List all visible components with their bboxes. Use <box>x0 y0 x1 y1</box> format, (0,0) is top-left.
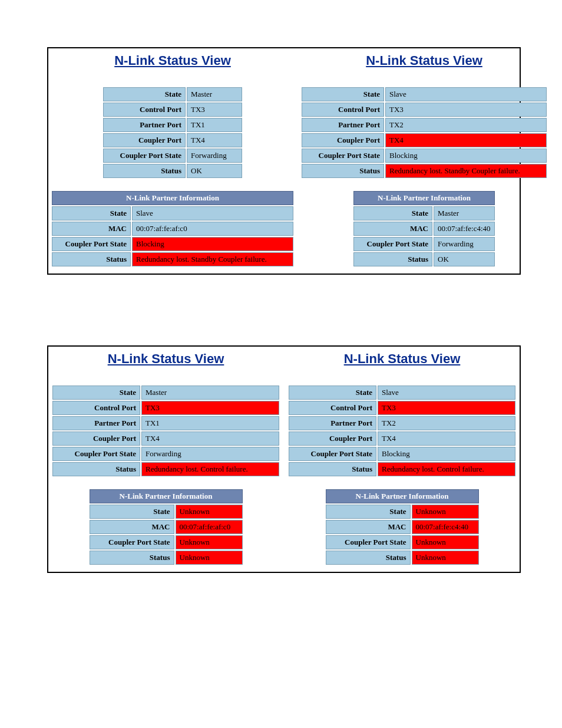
row-value: Unknown <box>176 505 243 519</box>
row-value: TX3 <box>187 103 242 117</box>
row-label: Coupler Port State <box>289 447 376 461</box>
table-row: Coupler Port StateForwarding <box>353 237 495 251</box>
row-value: TX4 <box>187 133 242 147</box>
row-value: TX2 <box>385 118 547 132</box>
partner-header: N-Link Partner Information <box>326 489 479 503</box>
table-row: StateSlave <box>302 87 547 101</box>
row-label: Coupler Port State <box>326 535 411 549</box>
row-value: TX1 <box>187 118 242 132</box>
partner-info-table: N-Link Partner InformationStateSlaveMAC0… <box>51 190 295 268</box>
row-value: Master <box>141 386 279 400</box>
panel-title: N-Link Status View <box>366 53 482 68</box>
row-label: MAC <box>326 520 411 534</box>
table-row: StateMaster <box>353 206 495 220</box>
row-label: Status <box>52 252 131 266</box>
partner-header-row: N-Link Partner Information <box>52 191 293 205</box>
row-label: Partner Port <box>302 118 384 132</box>
table-row: Coupler Port StateForwarding <box>103 149 242 163</box>
row-label: Coupler Port State <box>353 237 432 251</box>
row-label: Status <box>289 462 376 476</box>
row-value: OK <box>434 252 495 266</box>
row-label: MAC <box>353 222 432 236</box>
row-label: Status <box>90 551 174 565</box>
table-row: StateUnknown <box>326 505 479 519</box>
row-label: Status <box>52 462 140 476</box>
row-label: Control Port <box>289 401 376 415</box>
partner-header: N-Link Partner Information <box>353 191 495 205</box>
table-row: Partner PortTX1 <box>52 416 279 430</box>
table-row: MAC00:07:af:fe:c4:40 <box>353 222 495 236</box>
row-value: TX1 <box>141 416 279 430</box>
row-value: Forwarding <box>141 447 279 461</box>
row-value: Unknown <box>176 551 243 565</box>
table-row: Partner PortTX2 <box>302 118 547 132</box>
row-value: OK <box>187 164 242 178</box>
table-row: StatusUnknown <box>326 551 479 565</box>
row-label: MAC <box>90 520 174 534</box>
table-row: Coupler PortTX4 <box>302 133 547 147</box>
row-label: State <box>52 386 140 400</box>
row-value: Blocking <box>385 149 547 163</box>
table-row: StatusRedundancy lost. Standby Coupler f… <box>52 252 293 266</box>
table-row: Coupler PortTX4 <box>103 133 242 147</box>
row-label: Control Port <box>52 401 140 415</box>
partner-header-row: N-Link Partner Information <box>90 489 243 503</box>
table-row: Coupler Port StateUnknown <box>326 535 479 549</box>
row-value: Unknown <box>412 505 479 519</box>
main-status-table: StateMasterControl PortTX3Partner PortTX… <box>102 86 243 179</box>
table-row: Coupler Port StateUnknown <box>90 535 243 549</box>
row-label: Coupler Port State <box>90 535 174 549</box>
table-row: Control PortTX3 <box>289 401 515 415</box>
row-label: Status <box>103 164 186 178</box>
row-label: Coupler Port <box>103 133 186 147</box>
table-row: StateMaster <box>103 87 242 101</box>
main-status-table: StateSlaveControl PortTX3Partner PortTX2… <box>300 86 548 179</box>
row-value: TX3 <box>385 103 547 117</box>
row-value: TX4 <box>141 431 279 446</box>
status-panel: N-Link Status ViewStateMasterControl Por… <box>51 51 295 268</box>
row-label: State <box>52 206 131 220</box>
table-row: Coupler PortTX4 <box>52 431 279 446</box>
partner-info-table: N-Link Partner InformationStateUnknownMA… <box>88 488 244 566</box>
row-label: State <box>90 505 174 519</box>
row-value: TX2 <box>378 416 515 430</box>
row-value: Redundancy lost. Control failure. <box>378 462 515 476</box>
row-value: Master <box>434 206 495 220</box>
main-status-table: StateMasterControl PortTX3Partner PortTX… <box>51 384 280 477</box>
row-label: MAC <box>52 222 131 236</box>
row-label: Coupler Port <box>52 431 140 446</box>
row-value: Redundancy lost. Standby Coupler failure… <box>385 164 547 178</box>
table-row: StateMaster <box>52 386 279 400</box>
status-panel: N-Link Status ViewStateSlaveControl Port… <box>287 349 517 566</box>
row-label: Status <box>302 164 384 178</box>
table-row: StatusRedundancy lost. Control failure. <box>289 462 515 476</box>
panel-title: N-Link Status View <box>344 351 461 367</box>
table-row: Coupler Port StateBlocking <box>52 237 293 251</box>
table-row: Coupler Port StateBlocking <box>302 149 547 163</box>
partner-header: N-Link Partner Information <box>90 489 243 503</box>
table-row: MAC00:07:af:fe:c4:40 <box>326 520 479 534</box>
status-block: N-Link Status ViewStateMasterControl Por… <box>47 47 521 275</box>
table-row: MAC00:07:af:fe:af:c0 <box>90 520 243 534</box>
row-value: Blocking <box>132 237 293 251</box>
row-label: Status <box>353 252 432 266</box>
row-value: Forwarding <box>187 149 242 163</box>
row-label: State <box>353 206 432 220</box>
table-row: Coupler PortTX4 <box>289 431 515 446</box>
table-row: Partner PortTX2 <box>289 416 515 430</box>
panel-title: N-Link Status View <box>108 351 224 367</box>
row-label: Coupler Port <box>289 431 376 446</box>
row-value: TX3 <box>141 401 279 415</box>
row-label: Partner Port <box>103 118 186 132</box>
row-label: Control Port <box>302 103 384 117</box>
table-row: StatusOK <box>353 252 495 266</box>
partner-header-row: N-Link Partner Information <box>353 191 495 205</box>
row-label: Control Port <box>103 103 186 117</box>
partner-header-row: N-Link Partner Information <box>326 489 479 503</box>
row-value: 00:07:af:fe:af:c0 <box>132 222 293 236</box>
row-value: Forwarding <box>434 237 495 251</box>
row-label: State <box>103 87 186 101</box>
row-value: Unknown <box>412 551 479 565</box>
table-row: MAC00:07:af:fe:af:c0 <box>52 222 293 236</box>
row-label: Partner Port <box>289 416 376 430</box>
